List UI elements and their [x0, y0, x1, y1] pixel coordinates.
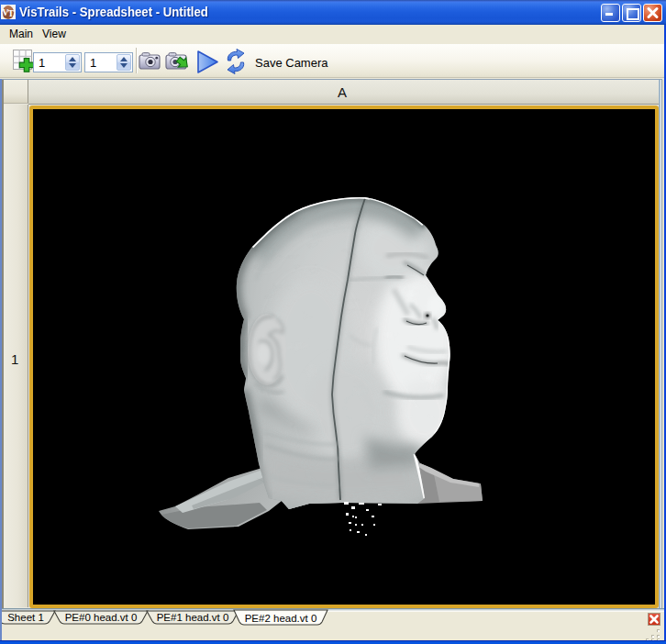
- svg-text:PE#0 head.vt 0: PE#0 head.vt 0: [65, 612, 138, 623]
- svg-text:PE#1 head.vt 0: PE#1 head.vt 0: [157, 612, 229, 623]
- svg-text:T: T: [8, 8, 15, 18]
- svg-text:PE#2 head.vt 0: PE#2 head.vt 0: [245, 613, 317, 624]
- svg-text:Sheet 1: Sheet 1: [7, 612, 44, 623]
